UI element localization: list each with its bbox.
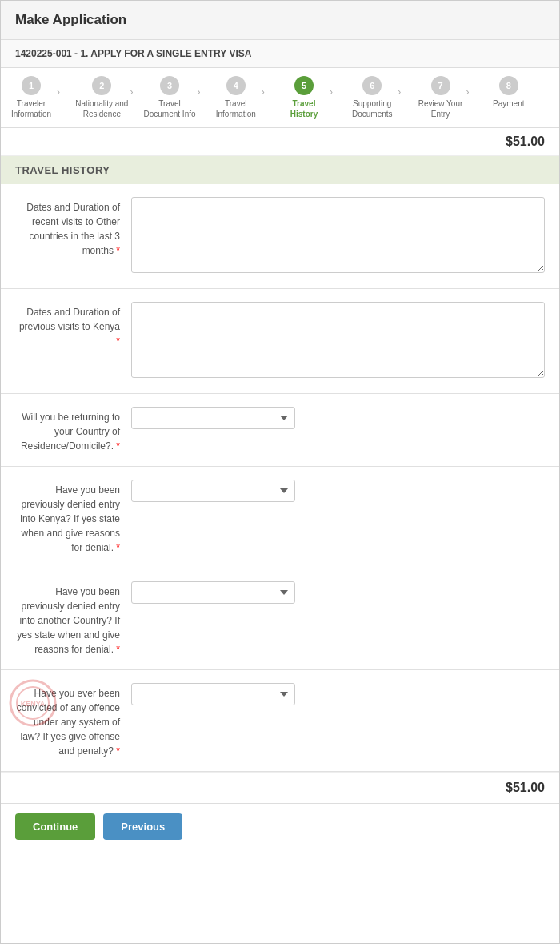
form-section-returning: Will you be returning to your Country of…	[1, 394, 559, 467]
step-label-3: Travel Document Info	[144, 98, 196, 119]
step-label-6: Supporting Documents	[352, 98, 393, 119]
form-section-kenya-visits: Dates and Duration of previous visits to…	[1, 289, 559, 394]
step-circle-5: 5	[294, 76, 314, 95]
select-denied-kenya[interactable]: YesNo	[131, 480, 295, 502]
step-arrow: ›	[196, 86, 202, 98]
step-arrow: ›	[128, 86, 134, 98]
step-circle-7: 7	[431, 76, 450, 95]
control-wrap-6: YesNo	[131, 683, 545, 705]
step-4: 4Travel Information›	[212, 76, 280, 119]
step-label-2: Nationality and Residence	[75, 98, 128, 119]
step-7: 7Review Your Entry›	[417, 76, 485, 119]
required-star-6: *	[116, 745, 120, 757]
section-header: TRAVEL HISTORY	[1, 156, 559, 184]
required-star-2: *	[116, 335, 120, 347]
step-content-7: 7Review Your Entry	[417, 76, 465, 119]
step-circle-2: 2	[92, 76, 111, 95]
step-content-6: 6Supporting Documents	[348, 76, 396, 119]
form-section-denied-kenya: Have you been previously denied entry in…	[1, 467, 559, 568]
step-label-5: Travel History	[290, 98, 318, 119]
step-arrow: ›	[328, 86, 334, 98]
continue-button[interactable]: Continue	[15, 813, 95, 840]
control-wrap-3: YesNo	[131, 407, 545, 429]
step-label-4: Travel Information	[216, 98, 256, 119]
required-star-4: *	[116, 542, 120, 553]
label-kenya-visits: Dates and Duration of previous visits to…	[15, 302, 131, 348]
form-section-convicted: Have you ever been convicted of any offe…	[1, 670, 559, 772]
step-circle-8: 8	[499, 76, 518, 95]
required-star-1: *	[116, 245, 120, 256]
step-label-7: Review Your Entry	[418, 98, 463, 119]
step-circle-6: 6	[362, 76, 382, 95]
step-1: 1Traveler Information›	[7, 76, 75, 119]
step-6: 6Supporting Documents›	[348, 76, 416, 119]
step-content-1: 1Traveler Information	[7, 76, 55, 119]
textarea-recent-visits[interactable]	[131, 197, 545, 273]
label-denied-kenya: Have you been previously denied entry in…	[15, 480, 131, 555]
previous-button[interactable]: Previous	[103, 813, 182, 840]
price-bar-top: $51.00	[1, 128, 559, 156]
control-wrap-2	[131, 302, 545, 380]
action-bar: Continue Previous	[1, 803, 559, 850]
step-3: 3Travel Document Info›	[144, 76, 212, 119]
step-label-1: Traveler Information	[11, 98, 51, 119]
step-content-8: 8Payment	[485, 76, 533, 109]
step-2: 2Nationality and Residence›	[75, 76, 143, 119]
step-content-3: 3Travel Document Info	[144, 76, 196, 119]
label-returning: Will you be returning to your Country of…	[15, 407, 131, 453]
step-label-8: Payment	[493, 98, 524, 109]
step-arrow: ›	[465, 86, 471, 98]
control-wrap-1	[131, 197, 545, 275]
app-reference: 1420225-001 - 1. APPLY FOR A SINGLE ENTR…	[1, 40, 559, 68]
form-section-recent-visits: Dates and Duration of recent visits to O…	[1, 184, 559, 289]
step-content-2: 2Nationality and Residence	[75, 76, 128, 119]
step-content-4: 4Travel Information	[212, 76, 260, 119]
control-wrap-4: YesNo	[131, 480, 545, 502]
select-convicted[interactable]: YesNo	[131, 683, 295, 705]
select-denied-country[interactable]: YesNo	[131, 581, 295, 604]
form-section-denied-country: Have you been previously denied entry in…	[1, 568, 559, 670]
step-8: 8Payment	[485, 76, 553, 109]
required-star-5: *	[116, 644, 120, 655]
step-arrow: ›	[396, 86, 402, 98]
step-circle-3: 3	[160, 76, 179, 95]
label-denied-country: Have you been previously denied entry in…	[15, 581, 131, 657]
select-returning[interactable]: YesNo	[131, 407, 295, 429]
page-title: Make Application	[1, 1, 559, 40]
step-5: 5Travel History›	[280, 76, 348, 119]
svg-text:KENYA: KENYA	[21, 700, 46, 708]
app-container: Make Application 1420225-001 - 1. APPLY …	[0, 0, 560, 944]
step-circle-4: 4	[226, 76, 246, 95]
step-arrow: ›	[55, 86, 62, 98]
label-recent-visits: Dates and Duration of recent visits to O…	[15, 197, 131, 258]
required-star-3: *	[116, 440, 120, 452]
step-content-5: 5Travel History	[280, 76, 328, 119]
stepper: 1Traveler Information›2Nationality and R…	[1, 68, 559, 128]
control-wrap-5: YesNo	[131, 581, 545, 604]
textarea-kenya-visits[interactable]	[131, 302, 545, 378]
price-bar-bottom: $51.00	[1, 772, 559, 803]
step-circle-1: 1	[22, 76, 41, 95]
watermark-logo: KENYA	[9, 679, 57, 727]
step-arrow: ›	[260, 86, 266, 98]
